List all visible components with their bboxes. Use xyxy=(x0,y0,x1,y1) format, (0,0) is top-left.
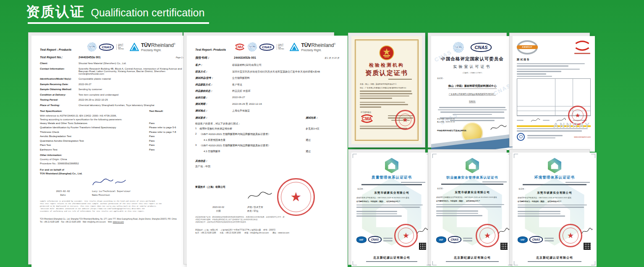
item-result: 通过 xyxy=(306,138,339,142)
page-title-zh: 资质认证 xyxy=(26,4,85,19)
accreditation-text: 中国认可 国际互认 检测 TESTING xyxy=(277,44,284,50)
field-value: Chemical laboratory Shanghai& Kunshan, T… xyxy=(79,104,188,106)
logo-row: CMA ILAC-MRA CNAS 中国认可 国际互认 检测 TESTING xyxy=(230,42,339,52)
spec-name: Aerobic Biodegradation Test xyxy=(40,135,149,137)
mini-line: TESTING xyxy=(278,49,284,50)
spec-name: Plant Test xyxy=(40,144,149,146)
certificate-iso-environment[interactable]: 环境管理体系认证证书 兹证明： 东莞市硕康实业有限公司 该组织环境管理体系符合：… xyxy=(510,150,589,264)
field-value: 硕泰新材料(深圳)有限公司 xyxy=(232,63,339,67)
item-result: 参见第3-4页 xyxy=(306,127,339,131)
annray-url: www.annraytest.com xyxy=(574,136,591,138)
qualification-section: 资质认证 Qualification certification Test Re… xyxy=(0,0,644,267)
secretary-line: 中国合格评定国家认可委员会秘书长 xyxy=(437,130,466,132)
item-name: 《GB/T 41010-2021 生物降解塑料与制品降解性能及标识要求》 xyxy=(199,144,339,148)
report-footer: TÜV Rheinland (Shanghai) Co., Ltd. Shang… xyxy=(40,218,188,223)
spec-intro: Testing according to customer's specific… xyxy=(40,118,188,121)
field-label: Place of Testing: xyxy=(40,104,79,106)
certificate-tuv-test-report-zh[interactable]: Test Report- Products CMA ILAC-MRA CNAS … xyxy=(184,33,334,264)
field-label: Testing Period: xyxy=(40,99,79,101)
section-header: 资质认证 Qualification certification xyxy=(26,3,204,21)
cnas-icon: CNAS xyxy=(368,236,382,243)
iaf-icon: IAF xyxy=(356,236,367,243)
certificate-cma-qualification[interactable]: 检验检测机构 资质认定证书 名称：佛山（华南）新材料研究院材料测试中心 地址：广… xyxy=(348,33,425,147)
report-footer: 莱茵技术（上海）有限公司 上海市静安区广中西路777弄177号上海莱茵大厦 邮编… xyxy=(195,228,339,234)
field-value: 上海化学实验室 xyxy=(232,109,339,113)
page-count: 第 1 页 共 14 页 xyxy=(325,57,339,59)
spec-result: Pass xyxy=(149,144,188,146)
accreditation-logos: IAF CNAS xyxy=(518,236,554,243)
cma-cert-page: 检验检测机构 资质认定证书 名称：佛山（华南）新材料研究院材料测试中心 地址：广… xyxy=(351,36,422,144)
cma-icon xyxy=(574,40,591,51)
footer-address: 上海市静安区广中西路777弄177号上海莱茵大厦 xyxy=(220,229,261,231)
certificate-tuv-test-report-en[interactable]: Test Report - Products ILAC-MRA CNAS 中国认… xyxy=(29,33,182,264)
footer-web-label: Web: xyxy=(108,221,112,223)
fine-print: Sample information is provided by custom… xyxy=(40,200,188,213)
item-sub: 4.3 生物降解率 xyxy=(199,150,306,153)
tuv-tagline: Precisely Right. xyxy=(141,49,175,52)
ilac-mra-icon: ILAC-MRA xyxy=(87,42,97,52)
sign-name: Lucy Lu/Technical Supervisor xyxy=(86,190,188,193)
tuv-brand: Rheinland xyxy=(151,42,174,48)
report-page-zh: Test Report- Products CMA ILAC-MRA CNAS … xyxy=(187,36,348,267)
footer-web-link: www.tuv.com xyxy=(113,221,124,223)
cnas-icon: CNAS xyxy=(471,43,491,52)
mini-line: TESTING xyxy=(118,49,124,50)
certificate-iso-ohs[interactable]: 职业健康安全管理体系认证证书 兹证明： 东莞市硕康实业有限公司 该组织职业健康安… xyxy=(428,150,506,264)
tuv-tagline: Precisely Right. xyxy=(301,49,335,52)
validity-dates: 发证日期：2022-11-15 截止日期：2028-11-14 xyxy=(437,117,455,123)
svg-text:CMA: CMA xyxy=(362,116,372,121)
spec-intro: 根据客户的要求，对以下参数进行测试： xyxy=(195,122,339,126)
cert-title: 实验室认可证书 xyxy=(436,64,508,70)
red-seal-stamp: ★ xyxy=(395,110,415,130)
report-page-en: Test Report - Products ILAC-MRA CNAS 中国认… xyxy=(31,36,196,267)
annray-logo: ANNRAY xyxy=(517,40,538,54)
issuer-address-line xyxy=(528,261,581,262)
postal-code: 528231 xyxy=(469,101,475,103)
field-label: Condition at Delivery: xyxy=(40,93,79,96)
field-value: 2022-06-29 至 2022-12-16 xyxy=(232,102,339,106)
title-underline xyxy=(28,22,209,24)
date-label: Date xyxy=(40,194,86,197)
registration-no: （注册号：CNAS L17387） xyxy=(436,72,508,74)
footer-fax: Fax: +86 21 6108 1099 xyxy=(61,221,81,223)
annray-brand: ANNRAY xyxy=(517,45,538,49)
annray-footer-logo-icon xyxy=(517,133,525,141)
tuv-rheinland-logo: TÜVRheinland® Precisely Right. xyxy=(290,42,335,52)
certificate-cnas-laboratory[interactable]: CNAS CNAS CNAS ILAC-MRA CNAS 中国合格评定国家认可委… xyxy=(428,33,506,147)
contact-email: ronnie@szshuotai.com xyxy=(79,73,104,75)
origin-line: 原产地：中国 xyxy=(195,165,339,168)
field-label: 测试地点： xyxy=(195,109,232,113)
footer-contacts: 电话：+86 21 6108 1188 传真：+86 21 6108 1099 … xyxy=(195,231,339,234)
report-no-label: Test Report No.: xyxy=(40,56,79,59)
header-fields xyxy=(517,69,591,77)
iso-cert-page: 环境管理体系认证证书 兹证明： 东莞市硕康实业有限公司 该组织环境管理体系符合：… xyxy=(513,153,597,267)
date-label: 日期 xyxy=(195,210,241,213)
ilac-label: ILAC-MRA xyxy=(249,46,256,48)
ilac-mra-icon: ILAC-MRA xyxy=(453,42,464,53)
signature-icon xyxy=(530,118,540,123)
result-header: 测试结果： xyxy=(306,116,339,120)
spec-result: Pass xyxy=(149,122,188,124)
red-seal-stamp: ★ xyxy=(559,224,582,247)
annray-report-page: ANNRAY 测试报告 xyxy=(513,36,595,152)
report-no-value: 244433452b 001 xyxy=(234,56,256,59)
certificate-iso-quality[interactable]: 质量管理体系认证证书 兹证明： 东莞市硕康实业有限公司 该组织质量管理体系符合：… xyxy=(348,150,425,264)
issuer-address-line xyxy=(446,261,498,262)
footer-company: 莱茵技术（上海）有限公司 xyxy=(195,229,218,231)
certification-body-logo-icon xyxy=(465,158,479,174)
contact-address: Scientific Research Building 4B, Block A… xyxy=(79,67,182,73)
spec-name: Heavy Metals and Other Toxic Substances xyxy=(40,122,149,124)
signature-icon xyxy=(489,124,508,132)
tuv-rheinland-logo: TÜVRheinland® Precisely Right. xyxy=(130,42,175,52)
field-label: Sample Receiving Date: xyxy=(40,83,79,86)
certificate-annray-test-report[interactable]: ANNRAY 测试报告 xyxy=(510,33,589,146)
ilac-label: ILAC-MRA xyxy=(455,47,462,48)
signature-area: ★ xyxy=(195,189,339,206)
issuing-company: 莱茵技术（上海）有限公司 xyxy=(195,185,339,189)
iso-cert-page: 职业健康安全管理体系认证证书 兹证明： 东莞市硕康实业有限公司 该组织职业健康安… xyxy=(431,153,513,267)
red-seal-stamp: ★ xyxy=(394,224,418,247)
cnas-label: CNAS xyxy=(474,45,487,50)
issuer-name: 北京新纪源认证有限公司 xyxy=(351,256,432,260)
origin-line: Country of Origin: China xyxy=(40,158,188,161)
spec-result: Pass xyxy=(149,148,188,151)
